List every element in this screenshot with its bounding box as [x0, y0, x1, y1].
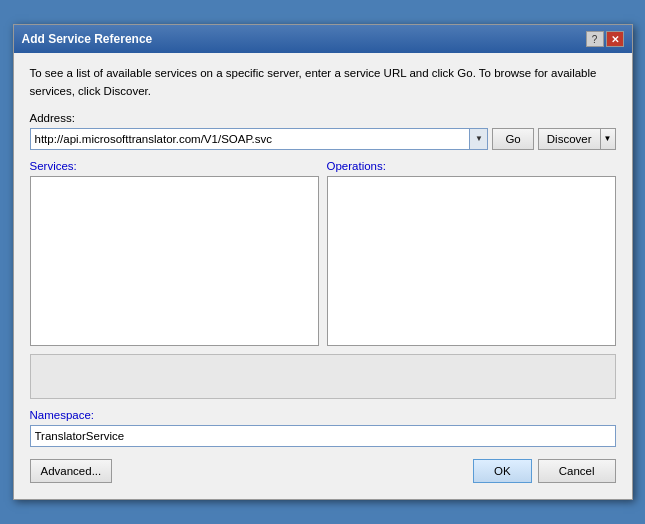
close-button[interactable]: ✕ — [606, 31, 624, 47]
discover-button[interactable]: Discover — [538, 128, 600, 150]
namespace-label: Namespace: — [30, 409, 616, 421]
go-button[interactable]: Go — [492, 128, 533, 150]
title-bar: Add Service Reference ? ✕ — [14, 25, 632, 53]
operations-listbox[interactable] — [327, 176, 616, 346]
title-bar-controls: ? ✕ — [586, 31, 624, 47]
services-label: Services: — [30, 160, 319, 172]
namespace-section: Namespace: — [30, 409, 616, 447]
discover-btn-group: Discover ▼ — [538, 128, 616, 150]
address-label: Address: — [30, 112, 616, 124]
dialog-body: To see a list of available services on a… — [14, 53, 632, 499]
discover-dropdown-arrow[interactable]: ▼ — [600, 128, 616, 150]
ok-button[interactable]: OK — [473, 459, 532, 483]
advanced-button[interactable]: Advanced... — [30, 459, 113, 483]
description-text: To see a list of available services on a… — [30, 65, 616, 100]
detail-box — [30, 354, 616, 399]
address-row: ▼ Go Discover ▼ — [30, 128, 616, 150]
footer-right-buttons: OK Cancel — [473, 459, 615, 483]
address-input[interactable] — [31, 129, 470, 149]
services-listbox[interactable] — [30, 176, 319, 346]
cancel-button[interactable]: Cancel — [538, 459, 616, 483]
operations-section: Operations: — [327, 160, 616, 346]
address-input-wrapper: ▼ — [30, 128, 489, 150]
help-button[interactable]: ? — [586, 31, 604, 47]
add-service-reference-dialog: Add Service Reference ? ✕ To see a list … — [13, 24, 633, 500]
namespace-input[interactable] — [30, 425, 616, 447]
services-section: Services: — [30, 160, 319, 346]
panels-row: Services: Operations: — [30, 160, 616, 346]
operations-label: Operations: — [327, 160, 616, 172]
footer-row: Advanced... OK Cancel — [30, 459, 616, 487]
dialog-title: Add Service Reference — [22, 32, 153, 46]
address-dropdown-arrow[interactable]: ▼ — [469, 129, 487, 149]
